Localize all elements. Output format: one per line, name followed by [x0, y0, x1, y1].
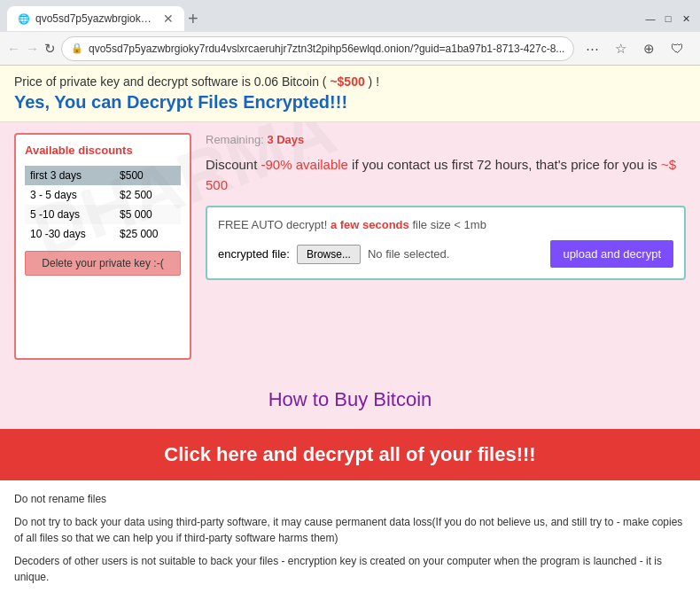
url-text: qvo5sd7p5yazwbrgioky7rdu4vslxrcaeruhjr7z… [89, 43, 564, 55]
discount-table: first 3 days$5003 - 5 days$2 5005 -10 da… [25, 166, 181, 244]
bookmark-icon: ☆ [615, 41, 626, 57]
back-button[interactable]: ← [7, 36, 20, 61]
more-button[interactable]: ⋯ [579, 36, 604, 61]
discounts-panel: Available discounts first 3 days$5003 - … [14, 133, 191, 360]
menu-button[interactable]: ≡ [693, 36, 700, 61]
price-text-before: Price of private key and decrypt softwar… [14, 74, 330, 89]
active-tab[interactable]: 🌐 qvo5sd7p5yazwbrgioky7rdu4vslxrc... ✕ [7, 6, 184, 31]
price-text-end: ) ! [365, 74, 379, 89]
shield-icon: 🛡 [671, 41, 684, 56]
right-panel: Remaining: 3 Days Discount -90% availabl… [206, 133, 686, 360]
remaining-value: 3 Days [267, 133, 304, 146]
footer-notes: Do not rename files Do not try to back y… [0, 480, 700, 603]
browser-window: 🌐 qvo5sd7p5yazwbrgioky7rdu4vslxrc... ✕ +… [0, 0, 700, 66]
forward-button[interactable]: → [26, 36, 39, 61]
decrypt-headline: Yes, You can Decrypt Files Encrypted!!! [14, 92, 686, 113]
discount-row: first 3 days$500 [25, 166, 181, 185]
decrypt-box: FREE AUTO decrypt! a few seconds file si… [206, 206, 686, 280]
no-file-text: No file selected. [368, 247, 543, 261]
footer-note-1: Do not rename files [14, 491, 686, 507]
bookmark-button[interactable]: ☆ [608, 36, 633, 61]
price-highlight: ~$500 [330, 74, 364, 89]
tab-favicon: 🌐 [18, 13, 30, 25]
discount-before: Discount [206, 157, 261, 172]
footer-note-3: Decoders of other users is not suitable … [14, 553, 686, 585]
discount-row: 5 -10 days$5 000 [25, 205, 181, 224]
main-section: DHARMA Available discounts first 3 days$… [0, 122, 700, 370]
navigation-bar: ← → ↻ 🔒 qvo5sd7p5yazwbrgioky7rdu4vslxrca… [0, 32, 700, 66]
discount-amount: $5 000 [114, 205, 181, 224]
free-decrypt-text: FREE AUTO decrypt! a few seconds file si… [218, 218, 673, 231]
delete-key-button[interactable]: Delete your private key :-( [25, 251, 181, 276]
minimize-button[interactable]: — [643, 12, 657, 26]
tab-close-button[interactable]: ✕ [163, 12, 174, 26]
browse-button[interactable]: Browse... [297, 245, 361, 264]
back-icon: ← [7, 41, 20, 56]
footer-note-2: Do not try to back your data using third… [14, 514, 686, 546]
more-icon: ⋯ [586, 41, 599, 57]
window-controls: — □ ✕ [643, 12, 693, 26]
top-banner: Price of private key and decrypt softwar… [0, 66, 700, 122]
lock-icon: 🔒 [71, 43, 83, 54]
upload-decrypt-button[interactable]: upload and decrypt [550, 240, 673, 268]
discount-amount: $500 [114, 166, 181, 185]
discount-period: 5 -10 days [25, 205, 114, 224]
address-bar[interactable]: 🔒 qvo5sd7p5yazwbrgioky7rdu4vslxrcaeruhjr… [61, 36, 574, 61]
remaining-text: Remaining: 3 Days [206, 133, 686, 146]
profile-button[interactable]: ⊕ [636, 36, 661, 61]
maximize-button[interactable]: □ [661, 12, 675, 26]
shield-button[interactable]: 🛡 [665, 36, 689, 61]
free-before: FREE AUTO decrypt! [218, 218, 331, 231]
page-content: Price of private key and decrypt softwar… [0, 66, 700, 616]
discount-row: 10 -30 days$25 000 [25, 224, 181, 244]
tab-title: qvo5sd7p5yazwbrgioky7rdu4vslxrc... [35, 12, 154, 25]
discount-period: first 3 days [25, 166, 114, 185]
free-after: file size < 1mb [409, 218, 486, 231]
file-label: encrypted file: [218, 247, 290, 261]
discount-amount: $25 000 [114, 224, 181, 244]
tab-bar: 🌐 qvo5sd7p5yazwbrgioky7rdu4vslxrc... ✕ +… [0, 0, 700, 32]
discount-period: 10 -30 days [25, 224, 114, 244]
cta-text[interactable]: Click here and decrypt all of your files… [14, 443, 686, 466]
new-tab-button[interactable]: + [188, 10, 198, 27]
forward-icon: → [26, 41, 39, 56]
discount-percent: -90% available [261, 157, 348, 172]
price-text: Price of private key and decrypt softwar… [14, 74, 686, 89]
discount-row: 3 - 5 days$2 500 [25, 185, 181, 205]
discounts-title: Available discounts [25, 144, 181, 157]
discount-description: Discount -90% available if you contact u… [206, 155, 686, 195]
refresh-icon: ↻ [44, 41, 56, 57]
discount-period: 3 - 5 days [25, 185, 114, 205]
how-to-buy-section: How to Buy Bitcoin [0, 370, 700, 429]
refresh-button[interactable]: ↻ [44, 36, 56, 61]
file-input-row: encrypted file: Browse... No file select… [218, 240, 673, 268]
remaining-label: Remaining: [206, 133, 267, 146]
close-button[interactable]: ✕ [679, 12, 693, 26]
discount-mid: if you contact us first 72 hours, that's… [348, 157, 661, 172]
cta-banner[interactable]: Click here and decrypt all of your files… [0, 429, 700, 480]
free-bold: a few seconds [331, 218, 409, 231]
discount-amount: $2 500 [114, 185, 181, 205]
nav-actions: ⋯ ☆ ⊕ 🛡 ≡ [579, 36, 700, 61]
how-to-buy-title: How to Buy Bitcoin [18, 388, 682, 411]
profile-icon: ⊕ [643, 41, 655, 57]
